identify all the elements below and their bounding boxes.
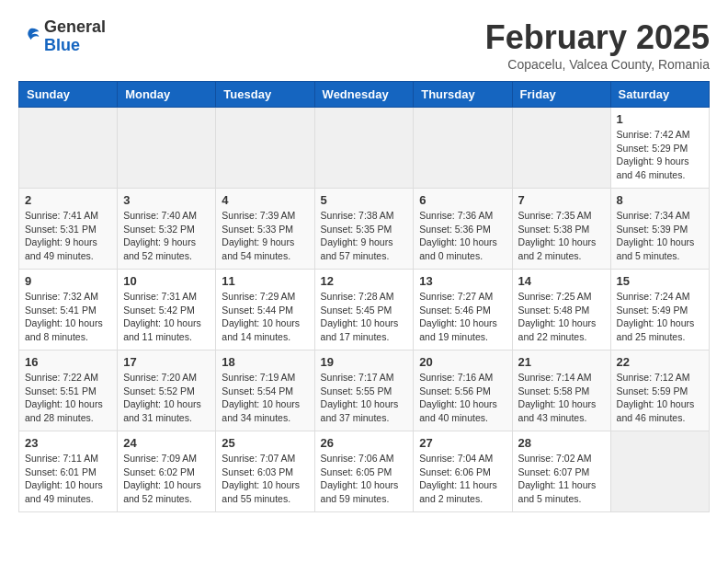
day-number: 26	[321, 436, 408, 450]
day-info: Sunrise: 7:19 AM Sunset: 5:54 PM Dayligh…	[222, 371, 308, 425]
day-info: Sunrise: 7:29 AM Sunset: 5:44 PM Dayligh…	[222, 290, 308, 344]
day-info: Sunrise: 7:40 AM Sunset: 5:32 PM Dayligh…	[123, 209, 210, 263]
day-info: Sunrise: 7:42 AM Sunset: 5:29 PM Dayligh…	[617, 128, 703, 182]
day-number: 2	[25, 193, 111, 207]
day-info: Sunrise: 7:24 AM Sunset: 5:49 PM Dayligh…	[617, 290, 703, 344]
day-cell: 9Sunrise: 7:32 AM Sunset: 5:41 PM Daylig…	[19, 270, 118, 350]
day-cell: 6Sunrise: 7:36 AM Sunset: 5:36 PM Daylig…	[414, 189, 512, 270]
day-cell: 11Sunrise: 7:29 AM Sunset: 5:44 PM Dayli…	[216, 270, 314, 350]
day-number: 15	[617, 274, 703, 288]
week-row-3: 9Sunrise: 7:32 AM Sunset: 5:41 PM Daylig…	[19, 270, 710, 350]
day-cell: 19Sunrise: 7:17 AM Sunset: 5:55 PM Dayli…	[314, 350, 414, 431]
week-row-1: 1Sunrise: 7:42 AM Sunset: 5:29 PM Daylig…	[19, 108, 710, 189]
day-number: 14	[518, 274, 605, 288]
day-number: 12	[321, 274, 408, 288]
month-title: February 2025	[485, 18, 710, 57]
day-cell	[512, 108, 610, 189]
day-info: Sunrise: 7:38 AM Sunset: 5:35 PM Dayligh…	[321, 209, 408, 263]
day-number: 6	[419, 193, 506, 207]
day-cell: 3Sunrise: 7:40 AM Sunset: 5:32 PM Daylig…	[118, 189, 216, 270]
day-info: Sunrise: 7:25 AM Sunset: 5:48 PM Dayligh…	[518, 290, 605, 344]
day-number: 17	[123, 355, 210, 369]
weekday-header-monday: Monday	[118, 82, 216, 108]
day-cell: 17Sunrise: 7:20 AM Sunset: 5:52 PM Dayli…	[118, 350, 216, 431]
day-cell: 15Sunrise: 7:24 AM Sunset: 5:49 PM Dayli…	[610, 270, 709, 350]
day-number: 8	[617, 193, 703, 207]
day-number: 10	[123, 274, 210, 288]
day-cell: 20Sunrise: 7:16 AM Sunset: 5:56 PM Dayli…	[414, 350, 512, 431]
logo-blue-text: Blue	[44, 37, 106, 55]
day-info: Sunrise: 7:11 AM Sunset: 6:01 PM Dayligh…	[25, 452, 111, 506]
logo-general: General	[44, 18, 106, 37]
day-cell: 12Sunrise: 7:28 AM Sunset: 5:45 PM Dayli…	[314, 270, 414, 350]
weekday-header-row: SundayMondayTuesdayWednesdayThursdayFrid…	[19, 82, 710, 108]
day-number: 4	[222, 193, 308, 207]
day-cell: 28Sunrise: 7:02 AM Sunset: 6:07 PM Dayli…	[512, 431, 610, 512]
day-info: Sunrise: 7:31 AM Sunset: 5:42 PM Dayligh…	[123, 290, 210, 344]
weekday-header-thursday: Thursday	[414, 82, 512, 108]
location-title: Copacelu, Valcea County, Romania	[485, 57, 710, 72]
day-number: 11	[222, 274, 308, 288]
title-area: February 2025 Copacelu, Valcea County, R…	[485, 18, 710, 72]
day-number: 3	[123, 193, 210, 207]
day-number: 16	[25, 355, 111, 369]
day-number: 13	[419, 274, 506, 288]
weekday-header-friday: Friday	[512, 82, 610, 108]
day-cell: 5Sunrise: 7:38 AM Sunset: 5:35 PM Daylig…	[314, 189, 414, 270]
week-row-5: 23Sunrise: 7:11 AM Sunset: 6:01 PM Dayli…	[19, 431, 710, 512]
day-number: 21	[518, 355, 605, 369]
logo: General Blue	[18, 18, 106, 55]
day-cell: 13Sunrise: 7:27 AM Sunset: 5:46 PM Dayli…	[414, 270, 512, 350]
day-info: Sunrise: 7:35 AM Sunset: 5:38 PM Dayligh…	[518, 209, 605, 263]
day-cell: 10Sunrise: 7:31 AM Sunset: 5:42 PM Dayli…	[118, 270, 216, 350]
day-number: 27	[419, 436, 506, 450]
day-cell: 8Sunrise: 7:34 AM Sunset: 5:39 PM Daylig…	[610, 189, 709, 270]
day-cell: 25Sunrise: 7:07 AM Sunset: 6:03 PM Dayli…	[216, 431, 314, 512]
day-number: 24	[123, 436, 210, 450]
day-cell	[216, 108, 314, 189]
weekday-header-sunday: Sunday	[19, 82, 118, 108]
day-info: Sunrise: 7:27 AM Sunset: 5:46 PM Dayligh…	[419, 290, 506, 344]
day-cell: 2Sunrise: 7:41 AM Sunset: 5:31 PM Daylig…	[19, 189, 118, 270]
weekday-header-tuesday: Tuesday	[216, 82, 314, 108]
logo-bird-icon	[18, 26, 40, 48]
day-number: 5	[321, 193, 408, 207]
day-cell: 27Sunrise: 7:04 AM Sunset: 6:06 PM Dayli…	[414, 431, 512, 512]
day-info: Sunrise: 7:16 AM Sunset: 5:56 PM Dayligh…	[419, 371, 506, 425]
day-info: Sunrise: 7:39 AM Sunset: 5:33 PM Dayligh…	[222, 209, 308, 263]
week-row-2: 2Sunrise: 7:41 AM Sunset: 5:31 PM Daylig…	[19, 189, 710, 270]
day-cell: 26Sunrise: 7:06 AM Sunset: 6:05 PM Dayli…	[314, 431, 414, 512]
weekday-header-saturday: Saturday	[610, 82, 709, 108]
day-cell: 18Sunrise: 7:19 AM Sunset: 5:54 PM Dayli…	[216, 350, 314, 431]
day-cell	[118, 108, 216, 189]
day-number: 9	[25, 274, 111, 288]
day-info: Sunrise: 7:07 AM Sunset: 6:03 PM Dayligh…	[222, 452, 308, 506]
day-cell: 1Sunrise: 7:42 AM Sunset: 5:29 PM Daylig…	[610, 108, 709, 189]
day-number: 7	[518, 193, 605, 207]
day-cell: 23Sunrise: 7:11 AM Sunset: 6:01 PM Dayli…	[19, 431, 118, 512]
day-cell	[19, 108, 118, 189]
logo-text: General Blue	[44, 18, 106, 55]
day-cell: 14Sunrise: 7:25 AM Sunset: 5:48 PM Dayli…	[512, 270, 610, 350]
day-number: 25	[222, 436, 308, 450]
day-cell	[414, 108, 512, 189]
calendar-table: SundayMondayTuesdayWednesdayThursdayFrid…	[18, 81, 710, 512]
week-row-4: 16Sunrise: 7:22 AM Sunset: 5:51 PM Dayli…	[19, 350, 710, 431]
day-cell	[610, 431, 709, 512]
day-info: Sunrise: 7:36 AM Sunset: 5:36 PM Dayligh…	[419, 209, 506, 263]
day-info: Sunrise: 7:12 AM Sunset: 5:59 PM Dayligh…	[617, 371, 703, 425]
header: General Blue February 2025 Copacelu, Val…	[18, 18, 710, 72]
day-cell: 7Sunrise: 7:35 AM Sunset: 5:38 PM Daylig…	[512, 189, 610, 270]
day-cell: 21Sunrise: 7:14 AM Sunset: 5:58 PM Dayli…	[512, 350, 610, 431]
day-info: Sunrise: 7:41 AM Sunset: 5:31 PM Dayligh…	[25, 209, 111, 263]
day-cell: 4Sunrise: 7:39 AM Sunset: 5:33 PM Daylig…	[216, 189, 314, 270]
day-number: 22	[617, 355, 703, 369]
day-info: Sunrise: 7:06 AM Sunset: 6:05 PM Dayligh…	[321, 452, 408, 506]
weekday-header-wednesday: Wednesday	[314, 82, 414, 108]
day-number: 1	[617, 112, 703, 126]
day-cell: 16Sunrise: 7:22 AM Sunset: 5:51 PM Dayli…	[19, 350, 118, 431]
day-info: Sunrise: 7:20 AM Sunset: 5:52 PM Dayligh…	[123, 371, 210, 425]
day-cell: 24Sunrise: 7:09 AM Sunset: 6:02 PM Dayli…	[118, 431, 216, 512]
day-number: 23	[25, 436, 111, 450]
day-info: Sunrise: 7:17 AM Sunset: 5:55 PM Dayligh…	[321, 371, 408, 425]
